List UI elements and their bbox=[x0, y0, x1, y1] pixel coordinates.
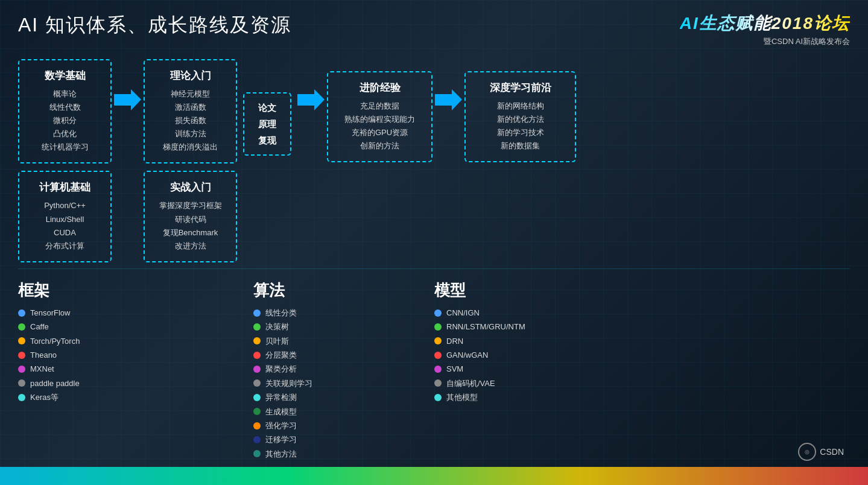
logo-area: AI生态赋能2018论坛 暨CSDN AI新战略发布会 bbox=[680, 12, 850, 47]
list-item: 激活函数 bbox=[154, 101, 226, 114]
list-item: paddle paddle bbox=[18, 376, 157, 390]
algorithm-items: 线性分类决策树贝叶斯分层聚类聚类分析关联规则学习异常检测生成模型强化学习迁移学习… bbox=[253, 306, 374, 461]
list-item: 熟练的编程实现能力 bbox=[339, 113, 420, 126]
frontier-items: 新的网络结构新的优化方法新的学习技术新的数据集 bbox=[477, 100, 564, 153]
framework-label: 框架 bbox=[18, 280, 157, 301]
svg-marker-0 bbox=[114, 89, 141, 110]
list-item: Theano bbox=[18, 348, 157, 362]
list-item: DRN bbox=[434, 334, 603, 348]
frontier-title: 深度学习前沿 bbox=[477, 81, 564, 95]
list-item: MXNet bbox=[18, 362, 157, 376]
list-item: 贝叶斯 bbox=[253, 334, 374, 348]
list-item: 迁移学习 bbox=[253, 433, 374, 446]
list-item: 梯度的消失溢出 bbox=[154, 141, 226, 154]
theory-intro-items: 神经元模型激活函数损失函数训练方法梯度的消失溢出 bbox=[154, 87, 226, 154]
list-item: 新的网络结构 bbox=[477, 100, 564, 113]
advanced-items: 充足的数据熟练的编程实现能力充裕的GPU资源创新的方法 bbox=[339, 100, 420, 153]
list-item: 新的学习技术 bbox=[477, 126, 564, 139]
list-item: 训练方法 bbox=[154, 127, 226, 141]
list-item: 强化学习 bbox=[253, 419, 374, 433]
list-item: 充足的数据 bbox=[339, 100, 420, 113]
list-item: 分布式计算 bbox=[29, 239, 101, 253]
list-item: 微积分 bbox=[29, 114, 101, 127]
list-item: CNN/IGN bbox=[434, 306, 603, 320]
computer-foundation-title: 计算机基础 bbox=[29, 180, 101, 194]
practice-intro-box: 实战入门 掌握深度学习框架研读代码复现Benchmark改进方法 bbox=[144, 171, 237, 262]
algorithm-section: 算法 线性分类决策树贝叶斯分层聚类聚类分析关联规则学习异常检测生成模型强化学习迁… bbox=[169, 280, 374, 461]
model-section: 模型 CNN/IGNRNN/LSTM/GRU/NTMDRNGAN/wGANSVM… bbox=[374, 280, 603, 461]
advanced-box: 进阶经验 充足的数据熟练的编程实现能力充裕的GPU资源创新的方法 bbox=[327, 71, 432, 162]
list-item: CUDA bbox=[29, 226, 101, 239]
list-item: 异常检测 bbox=[253, 390, 374, 404]
frontier-box: 深度学习前沿 新的网络结构新的优化方法新的学习技术新的数据集 bbox=[464, 71, 576, 162]
separator bbox=[18, 268, 850, 269]
paper-box: 论文 原理 复现 bbox=[243, 92, 291, 156]
svg-marker-2 bbox=[435, 89, 462, 110]
list-item: 分层聚类 bbox=[253, 348, 374, 362]
bottom-section: 框架 TensorFlowCaffeTorch/PyTorchTheanoMXN… bbox=[18, 280, 850, 461]
list-item: SVM bbox=[434, 362, 603, 376]
computer-foundation-items: Python/C++Linux/ShellCUDA分布式计算 bbox=[29, 199, 101, 252]
list-item: 研读代码 bbox=[154, 213, 226, 226]
list-item: 统计机器学习 bbox=[29, 141, 101, 154]
arrow-3 bbox=[435, 89, 462, 110]
svg-marker-1 bbox=[297, 89, 325, 110]
arrow-1 bbox=[114, 89, 141, 110]
list-item: 其他方法 bbox=[253, 447, 374, 461]
list-item: Caffe bbox=[18, 320, 157, 334]
computer-foundation-box: 计算机基础 Python/C++Linux/ShellCUDA分布式计算 bbox=[18, 171, 112, 262]
math-foundation-title: 数学基础 bbox=[29, 69, 101, 83]
math-foundation-items: 概率论线性代数微积分凸优化统计机器学习 bbox=[29, 87, 101, 154]
theory-intro-title: 理论入门 bbox=[154, 69, 226, 83]
list-item: 损失函数 bbox=[154, 114, 226, 127]
arrow-2 bbox=[297, 89, 325, 110]
model-items: CNN/IGNRNN/LSTM/GRU/NTMDRNGAN/wGANSVM自编码… bbox=[434, 306, 603, 405]
top-diagram: 数学基础 概率论线性代数微积分凸优化统计机器学习 计算机基础 Python/C+… bbox=[18, 59, 850, 262]
list-item: Keras等 bbox=[18, 390, 157, 404]
model-label: 模型 bbox=[434, 280, 603, 301]
list-item: 聚类分析 bbox=[253, 362, 374, 376]
list-item: Python/C++ bbox=[29, 199, 101, 212]
theory-intro-box: 理论入门 神经元模型激活函数损失函数训练方法梯度的消失溢出 bbox=[144, 59, 237, 163]
paper-text: 论文 原理 复现 bbox=[252, 100, 283, 148]
content: AI 知识体系、成长路线及资源 AI生态赋能2018论坛 暨CSDN AI新战略… bbox=[0, 0, 868, 485]
advanced-title: 进阶经验 bbox=[339, 81, 420, 95]
list-item: 生成模型 bbox=[253, 405, 374, 419]
list-item: 新的优化方法 bbox=[477, 113, 564, 126]
list-item: 新的数据集 bbox=[477, 139, 564, 153]
header: AI 知识体系、成长路线及资源 AI生态赋能2018论坛 暨CSDN AI新战略… bbox=[18, 12, 850, 47]
math-foundation-box: 数学基础 概率论线性代数微积分凸优化统计机器学习 bbox=[18, 59, 112, 163]
list-item: TensorFlow bbox=[18, 306, 157, 320]
practice-intro-title: 实战入门 bbox=[154, 180, 226, 194]
list-item: 凸优化 bbox=[29, 127, 101, 141]
list-item: 概率论 bbox=[29, 87, 101, 101]
list-item: 关联规则学习 bbox=[253, 376, 374, 390]
list-item: Torch/PyTorch bbox=[18, 334, 157, 348]
logo-subtitle: 暨CSDN AI新战略发布会 bbox=[680, 36, 850, 47]
page-title: AI 知识体系、成长路线及资源 bbox=[18, 12, 291, 39]
framework-items: TensorFlowCaffeTorch/PyTorchTheanoMXNetp… bbox=[18, 306, 157, 405]
list-item: 改进方法 bbox=[154, 239, 226, 253]
practice-intro-items: 掌握深度学习框架研读代码复现Benchmark改进方法 bbox=[154, 199, 226, 252]
list-item: 自编码机/VAE bbox=[434, 376, 603, 390]
list-item: 线性分类 bbox=[253, 306, 374, 320]
left-column: 数学基础 概率论线性代数微积分凸优化统计机器学习 计算机基础 Python/C+… bbox=[18, 59, 112, 262]
list-item: Linux/Shell bbox=[29, 213, 101, 226]
middle-column: 理论入门 神经元模型激活函数损失函数训练方法梯度的消失溢出 实战入门 掌握深度学… bbox=[144, 59, 237, 262]
algorithm-label: 算法 bbox=[253, 280, 374, 301]
list-item: 其他模型 bbox=[434, 390, 603, 404]
list-item: 决策树 bbox=[253, 320, 374, 334]
framework-section: 框架 TensorFlowCaffeTorch/PyTorchTheanoMXN… bbox=[18, 280, 169, 461]
list-item: 掌握深度学习框架 bbox=[154, 199, 226, 212]
list-item: 创新的方法 bbox=[339, 139, 420, 153]
list-item: 充裕的GPU资源 bbox=[339, 126, 420, 139]
list-item: 线性代数 bbox=[29, 101, 101, 114]
list-item: 神经元模型 bbox=[154, 87, 226, 101]
paper-section: 论文 原理 复现 bbox=[243, 65, 291, 156]
list-item: GAN/wGAN bbox=[434, 348, 603, 362]
list-item: 复现Benchmark bbox=[154, 226, 226, 239]
list-item: RNN/LSTM/GRU/NTM bbox=[434, 320, 603, 334]
logo-title: AI生态赋能2018论坛 bbox=[680, 12, 850, 35]
